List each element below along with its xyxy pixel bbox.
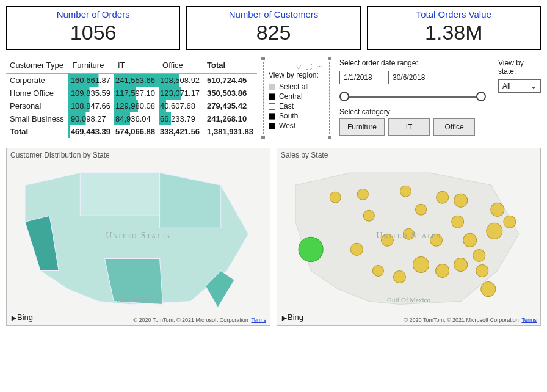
table-row[interactable]: Personal108,847.66129,980.0840,607.68279… bbox=[6, 100, 257, 112]
matrix-cell: 90,098.27 bbox=[68, 112, 114, 125]
region-slicer[interactable]: ▽ ⛶ ⋯ View by region: Select allCentralE… bbox=[263, 59, 330, 137]
state-dropdown[interactable]: All ⌄ bbox=[498, 79, 541, 93]
kpi-row: Number of Orders 1056 Number of Customer… bbox=[6, 6, 541, 50]
category-button[interactable]: Furniture bbox=[339, 118, 385, 136]
matrix-row-label: Personal bbox=[6, 100, 68, 112]
category-button[interactable]: IT bbox=[388, 118, 430, 136]
svg-point-14 bbox=[454, 194, 468, 207]
focus-icon[interactable]: ⛶ bbox=[305, 63, 313, 70]
matrix-visual[interactable]: Customer Type Furniture IT Office Total … bbox=[6, 59, 257, 138]
slicer-item-label: East bbox=[279, 102, 294, 111]
svg-point-24 bbox=[481, 282, 496, 297]
svg-point-2 bbox=[299, 237, 323, 261]
map-gulf-label: Gulf Of Mexico bbox=[277, 296, 540, 303]
matrix-header[interactable]: Office bbox=[159, 59, 203, 74]
bing-logo: Bing bbox=[282, 313, 303, 322]
matrix-cell: 108,847.66 bbox=[68, 100, 114, 112]
card-orders: Number of Orders 1056 bbox=[6, 6, 180, 50]
svg-point-25 bbox=[393, 270, 405, 283]
matrix-cell: 109,835.59 bbox=[68, 87, 114, 100]
matrix-row-total: 510,724.45 bbox=[203, 74, 257, 87]
map-country-label: United States bbox=[7, 231, 270, 241]
map-customer-distribution[interactable]: Customer Distribution by State United St… bbox=[6, 148, 270, 326]
slicer-item[interactable]: Select all bbox=[269, 82, 324, 92]
date-to-input[interactable]: 30/6/2018 bbox=[388, 71, 432, 84]
date-range-label: Select order date range: bbox=[339, 59, 486, 67]
svg-point-23 bbox=[504, 216, 516, 228]
map-title: Customer Distribution by State bbox=[10, 151, 110, 159]
map-sales-by-state[interactable]: Sales by State United States Gulf Of Me bbox=[277, 148, 541, 326]
slicer-item[interactable]: Central bbox=[269, 92, 324, 101]
card-customers: Number of Customers 825 bbox=[186, 6, 360, 50]
matrix-row-total: 241,268.10 bbox=[203, 112, 257, 125]
category-label: Select category: bbox=[339, 107, 541, 116]
card-title: Number of Customers bbox=[187, 9, 360, 20]
matrix-cell: 84,936.04 bbox=[114, 112, 159, 125]
table-row[interactable]: Small Business90,098.2784,936.0466,233.7… bbox=[6, 112, 257, 125]
checkbox-icon bbox=[269, 103, 275, 110]
matrix-cell: 129,980.08 bbox=[114, 100, 159, 112]
svg-point-18 bbox=[454, 258, 468, 271]
map-attribution: © 2020 TomTom, © 2021 Microsoft Corporat… bbox=[404, 317, 537, 323]
date-from-input[interactable]: 1/1/2018 bbox=[339, 71, 383, 84]
svg-point-5 bbox=[363, 210, 374, 221]
map-attribution: © 2020 TomTom, © 2021 Microsoft Corporat… bbox=[133, 317, 266, 323]
bing-logo: Bing bbox=[12, 313, 33, 322]
matrix-cell: 117,597.10 bbox=[114, 87, 159, 100]
matrix-cell: 241,553.66 bbox=[114, 74, 159, 87]
svg-point-11 bbox=[413, 256, 429, 272]
matrix-row-total: 279,435.42 bbox=[203, 100, 257, 112]
checkbox-icon bbox=[269, 123, 275, 129]
map-gulf-label: Gulf Of Mexico bbox=[7, 296, 270, 303]
matrix-cell: 123,071.17 bbox=[159, 87, 203, 100]
slicer-item-label: Central bbox=[279, 92, 303, 101]
table-row[interactable]: Home Office109,835.59117,597.10123,071.1… bbox=[6, 87, 257, 100]
table-row[interactable]: Corporate160,661.87241,553.66108,508.925… bbox=[6, 74, 257, 87]
slicer-item-label: South bbox=[279, 112, 298, 120]
svg-point-22 bbox=[491, 203, 504, 216]
svg-point-17 bbox=[436, 264, 449, 277]
svg-point-20 bbox=[476, 264, 488, 277]
matrix-cell: 40,607.68 bbox=[159, 100, 203, 112]
slicer-item[interactable]: East bbox=[269, 101, 324, 111]
matrix-header[interactable]: Furniture bbox=[68, 59, 114, 74]
terms-link[interactable]: Terms bbox=[252, 317, 267, 323]
category-button[interactable]: Office bbox=[433, 118, 475, 136]
svg-point-7 bbox=[350, 243, 363, 255]
svg-point-9 bbox=[416, 204, 427, 215]
range-knob-start[interactable] bbox=[339, 92, 349, 101]
date-range-slider[interactable] bbox=[339, 90, 486, 103]
slicer-item[interactable]: West bbox=[269, 121, 324, 131]
svg-point-15 bbox=[452, 216, 464, 228]
matrix-row-label: Home Office bbox=[6, 87, 68, 100]
svg-point-19 bbox=[473, 249, 485, 261]
more-icon[interactable]: ⋯ bbox=[316, 63, 324, 70]
matrix-header-total[interactable]: Total bbox=[203, 59, 257, 74]
card-value: 1056 bbox=[7, 21, 179, 45]
chevron-down-icon: ⌄ bbox=[531, 82, 537, 90]
matrix-row-label: Small Business bbox=[6, 112, 68, 125]
svg-point-13 bbox=[437, 191, 449, 203]
filter-icon[interactable]: ▽ bbox=[296, 63, 302, 70]
svg-point-4 bbox=[357, 189, 368, 200]
svg-point-26 bbox=[372, 265, 383, 276]
checkbox-icon bbox=[269, 84, 275, 90]
slicer-item[interactable]: South bbox=[269, 111, 324, 121]
card-total-value: Total Orders Value 1.38M bbox=[367, 6, 541, 50]
matrix-cell: 160,661.87 bbox=[68, 74, 114, 87]
matrix-header[interactable]: IT bbox=[114, 59, 159, 74]
matrix-row-label: Corporate bbox=[6, 74, 68, 87]
matrix-row-total: 350,503.86 bbox=[203, 87, 257, 100]
slicer-item-label: Select all bbox=[279, 82, 309, 91]
svg-point-8 bbox=[400, 186, 411, 197]
range-knob-end[interactable] bbox=[476, 92, 486, 101]
checkbox-icon bbox=[269, 93, 275, 100]
matrix-header[interactable]: Customer Type bbox=[6, 59, 68, 74]
slicer-title: View by region: bbox=[269, 71, 324, 79]
terms-link[interactable]: Terms bbox=[522, 317, 537, 323]
filters-panel: Select order date range: 1/1/2018 30/6/2… bbox=[336, 59, 541, 136]
card-title: Number of Orders bbox=[7, 9, 179, 20]
map-country-label: United States bbox=[277, 231, 540, 241]
checkbox-icon bbox=[269, 113, 275, 120]
map-title: Sales by State bbox=[281, 151, 328, 159]
